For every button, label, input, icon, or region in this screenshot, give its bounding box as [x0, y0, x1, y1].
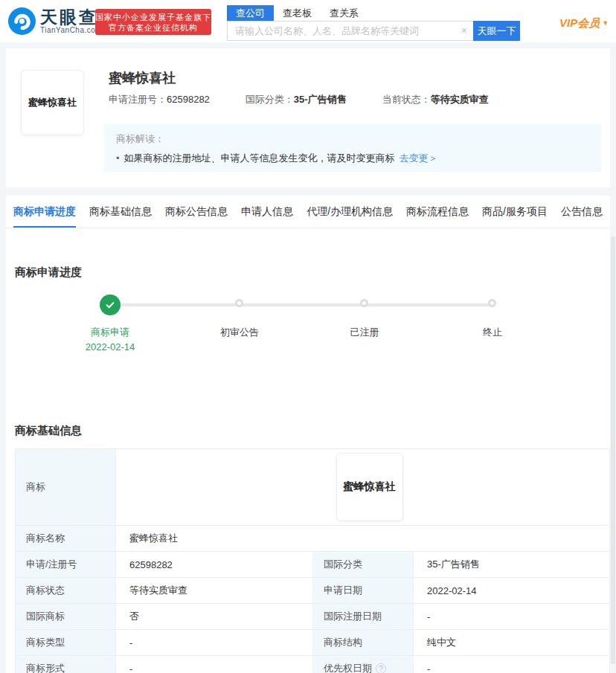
row-label: 商标 — [16, 449, 116, 525]
application-progress-timeline: 商标申请 2022-02-14 初审公告 已注册 终止 — [6, 294, 610, 390]
timeline-track — [110, 303, 493, 306]
table-row: 国际商标 否 国际注册日期 - — [16, 604, 609, 630]
table-row: 商标 蜜蜂惊喜社 — [16, 449, 609, 526]
meta-reg-number: 申请注册号：62598282 — [109, 93, 210, 106]
tab-application-progress[interactable]: 商标申请进度 — [13, 196, 76, 228]
table-row: 商标形式 - 优先权日期? - — [16, 656, 609, 673]
vip-member-menu[interactable]: VIP会员▼ — [559, 16, 609, 30]
timeline-step-label: 已注册 — [312, 326, 417, 339]
row-label: 申请日期 — [313, 578, 414, 603]
tab-basic-info[interactable]: 商标基础信息 — [89, 196, 152, 228]
row-value: 蜜蜂惊喜社 — [116, 526, 609, 551]
search-tab-boss[interactable]: 查老板 — [274, 5, 321, 21]
row-value: 等待实质审查 — [116, 578, 313, 603]
row-value: 纯中文 — [414, 630, 609, 655]
row-label: 国际分类 — [313, 552, 414, 577]
row-value: - — [414, 604, 609, 629]
help-icon[interactable]: ? — [376, 663, 386, 673]
table-row: 商标状态 等待实质审查 申请日期 2022-02-14 — [16, 578, 609, 604]
chevron-down-icon: ▼ — [602, 19, 609, 27]
table-row: 商标类型 - 商标结构 纯中文 — [16, 630, 609, 656]
timeline-step-label: 商标申请 — [58, 326, 162, 339]
badge-line1: 国家中小企业发展子基金旗下 — [95, 12, 211, 22]
timeline-node-pending — [488, 299, 496, 307]
bullet-icon: • — [116, 152, 120, 164]
search-tab-relation[interactable]: 查关系 — [321, 5, 368, 21]
search-input[interactable] — [227, 21, 473, 41]
top-bar: 天眼查 TianYanCha.com 国家中小企业发展子基金旗下 官方备案企业征… — [0, 0, 616, 42]
brand-domain: TianYanCha.com — [40, 26, 102, 34]
meta-intl-class: 国际分类：35-广告销售 — [246, 93, 347, 106]
timeline-step-date: 2022-02-14 — [58, 341, 162, 352]
row-label: 商标形式 — [16, 656, 116, 673]
row-value: - — [116, 630, 313, 655]
arrow-right-icon: ＞ — [429, 152, 438, 164]
tab-goods-services[interactable]: 商品/服务项目 — [482, 196, 548, 228]
row-label: 商标状态 — [16, 578, 116, 603]
trademark-interpretation-box: 商标解读： •如果商标的注册地址、申请人等信息发生变化，请及时变更商标去变更＞ — [104, 124, 601, 172]
row-value: - — [116, 656, 313, 673]
row-value: 否 — [116, 604, 313, 629]
row-label: 商标名称 — [16, 526, 116, 551]
main-content-card: 商标申请进度 商标基础信息 商标公告信息 申请人信息 代理/办理机构信息 商标流… — [6, 196, 610, 673]
search-type-tabs: 查公司 查老板 查关系 — [227, 5, 520, 21]
badge-line2: 官方备案企业征信机构 — [109, 22, 198, 33]
row-label: 国际商标 — [16, 604, 116, 629]
trademark-image[interactable]: 蜜蜂惊喜社 — [336, 453, 403, 521]
search-tab-company[interactable]: 查公司 — [227, 5, 274, 21]
row-label: 国际注册日期 — [313, 604, 414, 629]
row-label: 商标类型 — [16, 630, 116, 655]
tab-applicant-info[interactable]: 申请人信息 — [241, 196, 293, 228]
trademark-thumbnail[interactable]: 蜜蜂惊喜社 — [21, 70, 84, 135]
table-row: 申请/注册号 62598282 国际分类 35-广告销售 — [16, 552, 609, 578]
timeline-node-pending — [235, 299, 243, 307]
timeline-step-label: 终止 — [440, 326, 545, 339]
row-value: 35-广告销售 — [414, 552, 609, 577]
row-label: 优先权日期 — [324, 662, 372, 673]
brand-name: 天眼查 — [40, 8, 102, 26]
row-value: 2022-02-14 — [414, 578, 609, 603]
vip-label: VIP会员 — [559, 16, 600, 29]
trademark-meta: 申请注册号：62598282 国际分类：35-广告销售 当前状态：等待实质审查 — [109, 93, 489, 106]
basic-info-table: 商标 蜜蜂惊喜社 商标名称 蜜蜂惊喜社 申请/注册号 62598282 国际分类… — [15, 448, 610, 673]
trademark-header-card: 蜜蜂惊喜社 蜜蜂惊喜社 申请注册号：62598282 国际分类：35-广告销售 … — [6, 48, 610, 187]
timeline-step-label: 初审公告 — [187, 326, 292, 339]
go-change-link[interactable]: 去变更＞ — [400, 152, 438, 164]
gov-certification-badge: 国家中小企业发展子基金旗下 官方备案企业征信机构 — [95, 9, 211, 35]
timeline-node-pending — [360, 299, 368, 307]
tab-gazette-info[interactable]: 商标公告信息 — [165, 196, 228, 228]
scrollbar[interactable] — [611, 236, 615, 664]
trademark-title: 蜜蜂惊喜社 — [109, 69, 176, 87]
section-title-progress: 商标申请进度 — [15, 265, 610, 280]
section-title-basic-info: 商标基础信息 — [15, 424, 610, 438]
search-button[interactable]: 天眼一下 — [473, 21, 520, 41]
eye-logo-icon — [7, 7, 36, 36]
tab-agency-info[interactable]: 代理/办理机构信息 — [307, 196, 393, 228]
check-icon — [104, 299, 116, 311]
interpretation-title: 商标解读： — [116, 132, 589, 146]
row-label: 申请/注册号 — [16, 552, 116, 577]
row-value: - — [414, 656, 609, 673]
table-row: 商标名称 蜜蜂惊喜社 — [16, 526, 609, 552]
timeline-node-done — [100, 294, 121, 315]
tab-announcement-info[interactable]: 公告信息 — [561, 196, 603, 228]
detail-tab-bar: 商标申请进度 商标基础信息 商标公告信息 申请人信息 代理/办理机构信息 商标流… — [6, 196, 610, 228]
row-label: 商标结构 — [313, 630, 414, 655]
tab-process-info[interactable]: 商标流程信息 — [406, 196, 469, 228]
interpretation-tip: •如果商标的注册地址、申请人等信息发生变化，请及时变更商标去变更＞ — [116, 152, 589, 165]
meta-current-status: 当前状态：等待实质审查 — [382, 93, 489, 106]
tianyancha-logo[interactable]: 天眼查 TianYanCha.com — [7, 7, 102, 36]
row-value: 62598282 — [116, 552, 313, 577]
clear-icon[interactable]: × — [461, 25, 467, 36]
